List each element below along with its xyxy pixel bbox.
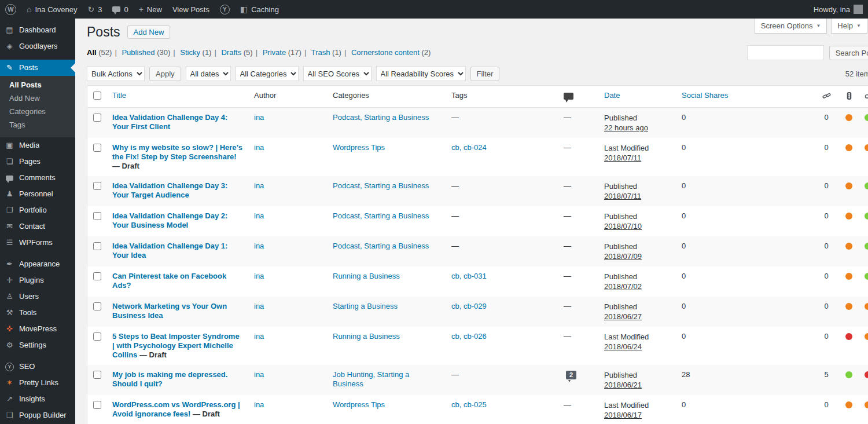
site-name-link[interactable]: ⌂ Ina Coveney	[21, 0, 82, 19]
categories-links[interactable]: Starting a Business	[333, 302, 398, 310]
adminbar-comments-link[interactable]: 0	[107, 0, 133, 19]
row-checkbox[interactable]	[93, 272, 101, 280]
sidebar-item[interactable]: ♙ Users	[0, 288, 75, 305]
sidebar-item[interactable]: ♟ Personnel	[0, 186, 75, 202]
sidebar-item[interactable]: Y SEO	[0, 359, 75, 375]
categories-links[interactable]: Podcast, Starting a Business	[333, 181, 429, 190]
categories-links[interactable]: Wordpress Tips	[333, 400, 385, 409]
row-checkbox[interactable]	[93, 144, 101, 152]
post-title-link[interactable]: Idea Validation Challenge Day 3: Your Ta…	[112, 181, 227, 199]
author-link[interactable]: ina	[254, 143, 264, 152]
author-link[interactable]: ina	[254, 242, 264, 250]
author-link[interactable]: ina	[254, 272, 264, 280]
post-title-link[interactable]: Idea Validation Challenge Day 4: Your Fi…	[112, 113, 227, 131]
posts-submenu-item[interactable]: Categories	[0, 105, 75, 118]
dates-filter-select[interactable]: All dates	[186, 66, 231, 81]
sidebar-item[interactable]: ▣ Media	[0, 137, 75, 153]
sidebar-item[interactable]: ✶ Pretty Links	[0, 375, 75, 391]
column-header-title[interactable]: Title	[112, 91, 126, 100]
seo-scores-filter-select[interactable]: All SEO Scores	[303, 66, 372, 81]
view-filter-link[interactable]: Cornerstone content	[351, 48, 420, 57]
sidebar-item[interactable]: ✜ MovePress	[0, 321, 75, 337]
column-header-date[interactable]: Date	[604, 91, 620, 100]
sidebar-item[interactable]: ❑ Popup Builder	[0, 407, 75, 423]
wp-logo-button[interactable]: W	[0, 0, 21, 19]
post-title-link[interactable]: My job is making me depressed. Should I …	[112, 370, 227, 388]
comment-count-badge[interactable]: 2	[566, 371, 576, 379]
view-posts-link[interactable]: View Posts	[167, 0, 215, 19]
sidebar-item[interactable]: ◈ Goodlayers	[0, 38, 75, 54]
sidebar-item[interactable]: ❒ Portfolio	[0, 202, 75, 218]
categories-links[interactable]: Running a Business	[333, 332, 400, 341]
view-filter-link[interactable]: Private	[263, 48, 286, 57]
author-link[interactable]: ina	[254, 181, 264, 190]
row-checkbox[interactable]	[93, 332, 101, 341]
row-checkbox[interactable]	[93, 114, 101, 122]
post-title-link[interactable]: Why is my website so slow? | Here’s the …	[112, 143, 242, 161]
filter-button[interactable]: Filter	[470, 67, 500, 81]
row-checkbox[interactable]	[93, 212, 101, 220]
apply-button[interactable]: Apply	[149, 67, 181, 81]
posts-submenu-item[interactable]: All Posts	[0, 78, 75, 92]
bulk-actions-select[interactable]: Bulk Actions	[87, 66, 145, 81]
view-filter-link[interactable]: Published	[122, 48, 155, 57]
author-link[interactable]: ina	[254, 113, 264, 122]
post-title-link[interactable]: Idea Validation Challenge Day 1: Your Id…	[112, 242, 227, 259]
categories-links[interactable]: Podcast, Starting a Business	[333, 113, 429, 122]
add-new-button[interactable]: Add New	[127, 25, 171, 39]
author-link[interactable]: ina	[254, 302, 264, 310]
sidebar-item[interactable]: Comments	[0, 170, 75, 186]
select-all-checkbox[interactable]	[93, 92, 101, 100]
yoast-adminbar-menu[interactable]: Y	[215, 0, 235, 19]
sidebar-item[interactable]: ☰ WPForms	[0, 235, 75, 251]
updates-link[interactable]: ↻ 3	[82, 0, 107, 19]
view-filter-link[interactable]: Drafts	[221, 48, 241, 57]
categories-links[interactable]: Podcast, Starting a Business	[333, 242, 429, 250]
row-checkbox[interactable]	[93, 371, 101, 379]
sidebar-item[interactable]: ⚙ Settings	[0, 337, 75, 353]
readability-scores-filter-select[interactable]: All Readability Scores	[376, 66, 466, 81]
categories-links[interactable]: Wordpress Tips	[333, 143, 385, 152]
sidebar-item[interactable]: ❏ Pages	[0, 153, 75, 170]
howdy-account-link[interactable]: Howdy, ina	[808, 0, 868, 19]
posts-submenu-item[interactable]: Add New	[0, 92, 75, 105]
screen-options-button[interactable]: Screen Options ▼	[755, 19, 827, 34]
posts-submenu-item[interactable]: Tags	[0, 118, 75, 131]
author-link[interactable]: ina	[254, 400, 264, 409]
tags-links[interactable]: cb, cb-031	[451, 272, 487, 280]
view-filter-link[interactable]: Trash	[311, 48, 330, 57]
caching-link[interactable]: ◧ Caching	[235, 0, 284, 19]
post-title-link[interactable]: WordPress.com vs WordPress.org | Avoid i…	[112, 400, 240, 418]
column-header-social-shares[interactable]: Social Shares	[682, 91, 728, 100]
tags-links[interactable]: cb, cb-024	[451, 143, 487, 152]
sidebar-item[interactable]: ✛ Plugins	[0, 272, 75, 288]
row-checkbox[interactable]	[93, 401, 101, 409]
sidebar-item-posts[interactable]: ✎ Posts	[0, 60, 75, 76]
row-checkbox[interactable]	[93, 302, 101, 310]
new-content-link[interactable]: + New	[134, 0, 167, 19]
post-title-link[interactable]: Network Marketing vs Your Own Business I…	[112, 302, 227, 320]
post-title-link[interactable]: 5 Steps to Beat Imposter Syndrome | with…	[112, 332, 240, 359]
author-link[interactable]: ina	[254, 211, 264, 220]
sidebar-item[interactable]: ⚒ Tools	[0, 305, 75, 321]
help-button[interactable]: Help ▼	[831, 19, 867, 34]
tags-links[interactable]: cb, cb-029	[451, 302, 487, 310]
sidebar-item[interactable]: ▤ Dashboard	[0, 22, 75, 38]
tags-links[interactable]: cb, cb-025	[451, 400, 487, 409]
author-link[interactable]: ina	[254, 332, 264, 341]
search-input[interactable]	[747, 45, 824, 60]
row-checkbox[interactable]	[93, 242, 101, 250]
categories-filter-select[interactable]: All Categories	[236, 66, 299, 81]
sidebar-item[interactable]: ✉ Contact	[0, 218, 75, 235]
post-title-link[interactable]: Idea Validation Challenge Day 2: Your Bu…	[112, 211, 227, 229]
categories-links[interactable]: Running a Business	[333, 272, 400, 280]
view-filter-link[interactable]: Sticky	[180, 48, 200, 57]
tags-links[interactable]: cb, cb-026	[451, 332, 487, 341]
view-filter-link[interactable]: All	[87, 48, 97, 57]
sidebar-item[interactable]: ↗ Insights	[0, 391, 75, 407]
author-link[interactable]: ina	[254, 370, 264, 379]
categories-links[interactable]: Job Hunting, Starting a Business	[333, 370, 409, 388]
post-title-link[interactable]: Can Pinterest take on Facebook Ads?	[112, 272, 226, 290]
sidebar-item[interactable]: ✒ Appearance	[0, 256, 75, 272]
categories-links[interactable]: Podcast, Starting a Business	[333, 211, 429, 220]
